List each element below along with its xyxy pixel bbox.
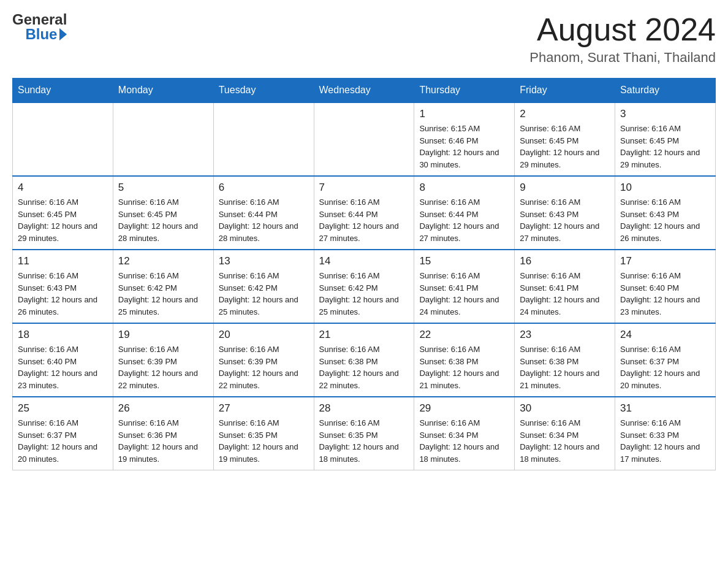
- day-info: Sunrise: 6:16 AMSunset: 6:34 PMDaylight:…: [419, 417, 509, 465]
- day-info: Sunrise: 6:16 AMSunset: 6:40 PMDaylight:…: [18, 343, 108, 391]
- calendar-cell: 30Sunrise: 6:16 AMSunset: 6:34 PMDayligh…: [515, 397, 615, 470]
- calendar-cell: 19Sunrise: 6:16 AMSunset: 6:39 PMDayligh…: [113, 323, 213, 397]
- calendar-cell: 15Sunrise: 6:16 AMSunset: 6:41 PMDayligh…: [414, 250, 515, 323]
- calendar-cell: [314, 102, 414, 176]
- day-info: Sunrise: 6:16 AMSunset: 6:38 PMDaylight:…: [319, 343, 409, 391]
- day-number: 7: [319, 182, 409, 194]
- day-number: 30: [520, 402, 610, 415]
- calendar-cell: 20Sunrise: 6:16 AMSunset: 6:39 PMDayligh…: [213, 323, 314, 397]
- day-number: 14: [319, 255, 409, 267]
- day-info: Sunrise: 6:16 AMSunset: 6:44 PMDaylight:…: [419, 196, 509, 244]
- day-info: Sunrise: 6:16 AMSunset: 6:45 PMDaylight:…: [620, 123, 710, 170]
- day-number: 3: [620, 108, 710, 120]
- calendar-cell: 26Sunrise: 6:16 AMSunset: 6:36 PMDayligh…: [113, 397, 213, 470]
- calendar-cell: 2Sunrise: 6:16 AMSunset: 6:45 PMDaylight…: [515, 102, 615, 176]
- day-number: 24: [620, 329, 710, 341]
- day-number: 21: [319, 329, 409, 341]
- day-number: 15: [419, 255, 509, 267]
- day-info: Sunrise: 6:16 AMSunset: 6:40 PMDaylight:…: [620, 270, 710, 318]
- title-block: August 2024 Phanom, Surat Thani, Thailan…: [529, 12, 716, 66]
- weekday-header: Saturday: [615, 79, 716, 103]
- week-row: 11Sunrise: 6:16 AMSunset: 6:43 PMDayligh…: [13, 250, 716, 323]
- calendar-cell: 27Sunrise: 6:16 AMSunset: 6:35 PMDayligh…: [213, 397, 314, 470]
- calendar-cell: 8Sunrise: 6:16 AMSunset: 6:44 PMDaylight…: [414, 176, 515, 250]
- day-number: 5: [118, 182, 208, 194]
- calendar-cell: 6Sunrise: 6:16 AMSunset: 6:44 PMDaylight…: [213, 176, 314, 250]
- day-info: Sunrise: 6:16 AMSunset: 6:37 PMDaylight:…: [620, 343, 710, 391]
- weekday-header: Friday: [515, 79, 615, 103]
- calendar-cell: 28Sunrise: 6:16 AMSunset: 6:35 PMDayligh…: [314, 397, 414, 470]
- day-number: 6: [219, 182, 309, 194]
- day-info: Sunrise: 6:16 AMSunset: 6:42 PMDaylight:…: [319, 270, 409, 318]
- day-info: Sunrise: 6:16 AMSunset: 6:42 PMDaylight:…: [219, 270, 309, 318]
- calendar-cell: 29Sunrise: 6:16 AMSunset: 6:34 PMDayligh…: [414, 397, 515, 470]
- calendar-cell: 14Sunrise: 6:16 AMSunset: 6:42 PMDayligh…: [314, 250, 414, 323]
- day-info: Sunrise: 6:16 AMSunset: 6:44 PMDaylight:…: [319, 196, 409, 244]
- calendar-cell: 1Sunrise: 6:15 AMSunset: 6:46 PMDaylight…: [414, 102, 515, 176]
- weekday-header: Sunday: [13, 79, 113, 103]
- day-info: Sunrise: 6:16 AMSunset: 6:41 PMDaylight:…: [419, 270, 509, 318]
- day-info: Sunrise: 6:15 AMSunset: 6:46 PMDaylight:…: [419, 123, 509, 170]
- day-number: 27: [219, 402, 309, 415]
- day-number: 25: [18, 402, 108, 415]
- day-info: Sunrise: 6:16 AMSunset: 6:43 PMDaylight:…: [520, 196, 610, 244]
- day-info: Sunrise: 6:16 AMSunset: 6:37 PMDaylight:…: [18, 417, 108, 465]
- day-number: 4: [18, 182, 108, 194]
- day-info: Sunrise: 6:16 AMSunset: 6:41 PMDaylight:…: [520, 270, 610, 318]
- calendar-cell: 4Sunrise: 6:16 AMSunset: 6:45 PMDaylight…: [13, 176, 113, 250]
- day-info: Sunrise: 6:16 AMSunset: 6:35 PMDaylight:…: [219, 417, 309, 465]
- day-number: 2: [520, 108, 610, 120]
- week-row: 25Sunrise: 6:16 AMSunset: 6:37 PMDayligh…: [13, 397, 716, 470]
- day-number: 13: [219, 255, 309, 267]
- day-number: 18: [18, 329, 108, 341]
- calendar-cell: [213, 102, 314, 176]
- weekday-header: Monday: [113, 79, 213, 103]
- day-number: 31: [620, 402, 710, 415]
- day-number: 26: [118, 402, 208, 415]
- calendar-cell: 7Sunrise: 6:16 AMSunset: 6:44 PMDaylight…: [314, 176, 414, 250]
- day-number: 9: [520, 182, 610, 194]
- calendar-cell: 23Sunrise: 6:16 AMSunset: 6:38 PMDayligh…: [515, 323, 615, 397]
- month-title: August 2024: [529, 12, 716, 47]
- day-info: Sunrise: 6:16 AMSunset: 6:45 PMDaylight:…: [520, 123, 610, 170]
- day-number: 29: [419, 402, 509, 415]
- day-number: 8: [419, 182, 509, 194]
- calendar-cell: 13Sunrise: 6:16 AMSunset: 6:42 PMDayligh…: [213, 250, 314, 323]
- calendar-cell: 24Sunrise: 6:16 AMSunset: 6:37 PMDayligh…: [615, 323, 716, 397]
- day-info: Sunrise: 6:16 AMSunset: 6:38 PMDaylight:…: [520, 343, 610, 391]
- day-info: Sunrise: 6:16 AMSunset: 6:34 PMDaylight:…: [520, 417, 610, 465]
- day-number: 17: [620, 255, 710, 267]
- day-info: Sunrise: 6:16 AMSunset: 6:45 PMDaylight:…: [18, 196, 108, 244]
- location: Phanom, Surat Thani, Thailand: [529, 50, 716, 66]
- weekday-header: Thursday: [414, 79, 515, 103]
- logo-text: General Blue: [12, 12, 67, 42]
- day-info: Sunrise: 6:16 AMSunset: 6:43 PMDaylight:…: [18, 270, 108, 318]
- calendar-cell: 5Sunrise: 6:16 AMSunset: 6:45 PMDaylight…: [113, 176, 213, 250]
- calendar-cell: [113, 102, 213, 176]
- day-info: Sunrise: 6:16 AMSunset: 6:36 PMDaylight:…: [118, 417, 208, 465]
- day-number: 28: [319, 402, 409, 415]
- week-row: 18Sunrise: 6:16 AMSunset: 6:40 PMDayligh…: [13, 323, 716, 397]
- calendar-cell: 12Sunrise: 6:16 AMSunset: 6:42 PMDayligh…: [113, 250, 213, 323]
- day-number: 19: [118, 329, 208, 341]
- calendar-cell: 16Sunrise: 6:16 AMSunset: 6:41 PMDayligh…: [515, 250, 615, 323]
- week-row: 1Sunrise: 6:15 AMSunset: 6:46 PMDaylight…: [13, 102, 716, 176]
- logo-blue: Blue: [25, 27, 57, 42]
- day-info: Sunrise: 6:16 AMSunset: 6:42 PMDaylight:…: [118, 270, 208, 318]
- calendar: SundayMondayTuesdayWednesdayThursdayFrid…: [12, 78, 716, 470]
- day-info: Sunrise: 6:16 AMSunset: 6:33 PMDaylight:…: [620, 417, 710, 465]
- calendar-cell: 22Sunrise: 6:16 AMSunset: 6:38 PMDayligh…: [414, 323, 515, 397]
- day-number: 12: [118, 255, 208, 267]
- weekday-header: Tuesday: [213, 79, 314, 103]
- calendar-cell: [13, 102, 113, 176]
- calendar-cell: 3Sunrise: 6:16 AMSunset: 6:45 PMDaylight…: [615, 102, 716, 176]
- logo: General Blue: [12, 12, 67, 42]
- day-number: 22: [419, 329, 509, 341]
- day-info: Sunrise: 6:16 AMSunset: 6:39 PMDaylight:…: [118, 343, 208, 391]
- day-number: 20: [219, 329, 309, 341]
- day-info: Sunrise: 6:16 AMSunset: 6:44 PMDaylight:…: [219, 196, 309, 244]
- day-info: Sunrise: 6:16 AMSunset: 6:38 PMDaylight:…: [419, 343, 509, 391]
- calendar-cell: 21Sunrise: 6:16 AMSunset: 6:38 PMDayligh…: [314, 323, 414, 397]
- page-header: General Blue August 2024 Phanom, Surat T…: [12, 12, 716, 66]
- calendar-cell: 17Sunrise: 6:16 AMSunset: 6:40 PMDayligh…: [615, 250, 716, 323]
